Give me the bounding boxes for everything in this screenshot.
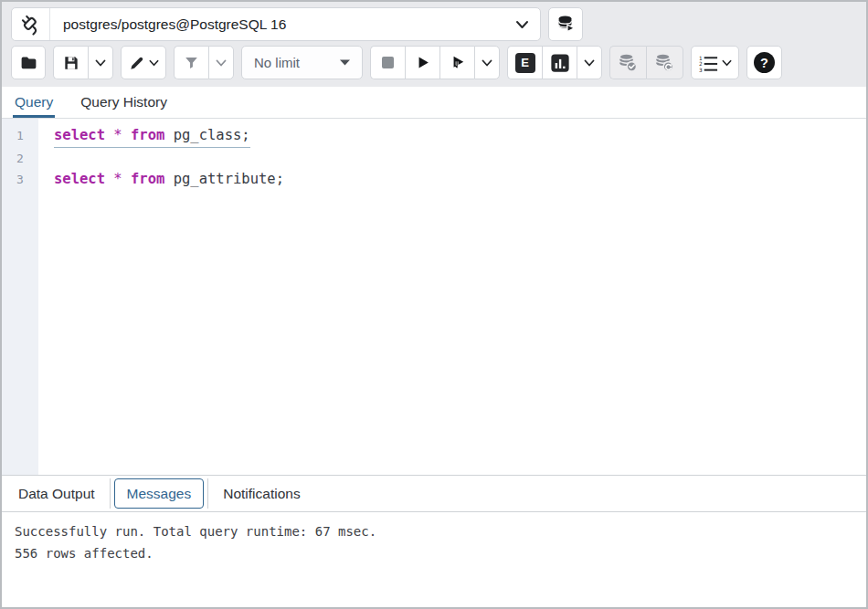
save-menu-button[interactable] [88, 46, 113, 79]
output-tab-bar: Data Output Messages Notifications [2, 475, 866, 512]
explain-menu-button[interactable] [577, 46, 602, 79]
execute-button[interactable] [405, 46, 439, 79]
chevron-down-icon [216, 59, 227, 67]
tab-data-output-label: Data Output [18, 486, 95, 502]
rollback-icon [653, 51, 676, 74]
filter-group [174, 46, 234, 79]
tab-data-output[interactable]: Data Output [4, 476, 110, 511]
connection-status-button[interactable] [12, 8, 50, 40]
explain-group: E [507, 46, 602, 79]
commit-button[interactable] [609, 46, 646, 79]
save-group [53, 46, 113, 79]
execute-group [370, 46, 500, 79]
explain-analyze-button[interactable] [542, 46, 577, 79]
filter-icon [183, 54, 200, 71]
chevron-down-icon [584, 59, 595, 67]
svg-text:2: 2 [699, 61, 703, 67]
rollback-button[interactable] [646, 46, 683, 79]
connection-select-value: postgres/postgres@PostgreSQL 16 [63, 16, 286, 33]
tab-query[interactable]: Query [15, 87, 53, 118]
code-line: 2 [2, 148, 866, 170]
code-token: * [113, 171, 122, 187]
filter-button[interactable] [174, 46, 208, 79]
editor-lines: 1select * from pg_class;23select * from … [2, 119, 866, 191]
row-limit-value: No limit [254, 55, 300, 70]
code-token: select [54, 127, 105, 143]
line-number: 2 [2, 148, 38, 170]
chevron-down-icon [482, 59, 492, 67]
explain-button[interactable]: E [507, 46, 542, 79]
code-token: from [131, 127, 164, 143]
code-token: select [54, 171, 105, 187]
query-tab-bar: Query Query History [2, 87, 866, 119]
help-button[interactable]: ? [746, 46, 782, 79]
stop-button[interactable] [370, 46, 405, 79]
folder-icon [19, 53, 38, 72]
message-line: 556 rows affected. [15, 542, 853, 564]
execute-menu-button[interactable] [474, 46, 500, 79]
play-icon [414, 54, 431, 71]
code-token: pg_attribute; [164, 171, 284, 187]
tab-messages-label: Messages [127, 486, 192, 502]
code-token: from [131, 171, 164, 187]
stop-icon [380, 55, 396, 70]
code-token [105, 127, 113, 143]
commit-icon [617, 51, 640, 74]
code-line: 1select * from pg_class; [2, 125, 866, 148]
plug-icon [19, 13, 43, 37]
chevron-down-icon [149, 59, 159, 67]
save-button[interactable] [53, 46, 88, 79]
tab-messages[interactable]: Messages [114, 478, 205, 509]
code-token: pg_class; [164, 127, 249, 143]
code-text: select * from pg_attribute; [54, 169, 284, 191]
line-number: 3 [2, 169, 38, 191]
help-icon: ? [754, 52, 775, 73]
code-token [122, 127, 131, 143]
macros-button[interactable]: 1 2 3 [691, 46, 739, 79]
chevron-down-icon [95, 59, 106, 67]
explain-icon: E [515, 53, 535, 73]
transaction-group [609, 46, 683, 79]
tab-notifications[interactable]: Notifications [208, 476, 314, 511]
tab-notifications-label: Notifications [223, 486, 300, 502]
header: postgres/postgres@PostgreSQL 16 [2, 2, 866, 87]
line-number: 1 [2, 125, 38, 148]
execute-options-button[interactable] [439, 46, 474, 79]
pencil-icon [128, 54, 146, 72]
svg-text:3: 3 [699, 67, 703, 71]
numbered-list-icon: 1 2 3 [698, 54, 719, 72]
query-tool-window: postgres/postgres@PostgreSQL 16 [0, 0, 868, 609]
tab-query-history-label: Query History [80, 94, 167, 110]
open-file-button[interactable] [11, 46, 46, 79]
connection-row: postgres/postgres@PostgreSQL 16 [11, 7, 857, 41]
tab-query-label: Query [15, 94, 53, 110]
database-new-connection-icon [556, 14, 577, 35]
row-limit-select[interactable]: No limit [241, 46, 363, 79]
chevron-down-icon [722, 59, 732, 67]
tab-divider [110, 478, 111, 509]
dropdown-arrow-icon [340, 59, 350, 66]
filter-menu-button[interactable] [208, 46, 234, 79]
save-icon [62, 54, 80, 72]
code-token [105, 171, 113, 187]
messages-panel: Successfully run. Total query runtime: 6… [2, 512, 866, 607]
code-token [122, 171, 131, 187]
new-connection-button[interactable] [548, 7, 583, 41]
sql-editor[interactable]: 1select * from pg_class;23select * from … [2, 119, 866, 475]
connection-group: postgres/postgres@PostgreSQL 16 [11, 7, 541, 41]
edit-menu-button[interactable] [121, 46, 166, 79]
explain-analyze-chart-icon [550, 53, 570, 73]
code-text: select * from pg_class; [54, 125, 250, 148]
code-token: * [113, 127, 122, 143]
chevron-down-icon [515, 20, 529, 29]
code-line: 3select * from pg_attribute; [2, 169, 866, 191]
play-cursor-icon [449, 54, 466, 71]
message-line: Successfully run. Total query runtime: 6… [15, 520, 853, 542]
connection-select[interactable]: postgres/postgres@PostgreSQL 16 [50, 8, 540, 40]
svg-text:1: 1 [699, 55, 703, 60]
toolbar: No limit [11, 46, 857, 79]
tab-query-history[interactable]: Query History [80, 87, 167, 118]
